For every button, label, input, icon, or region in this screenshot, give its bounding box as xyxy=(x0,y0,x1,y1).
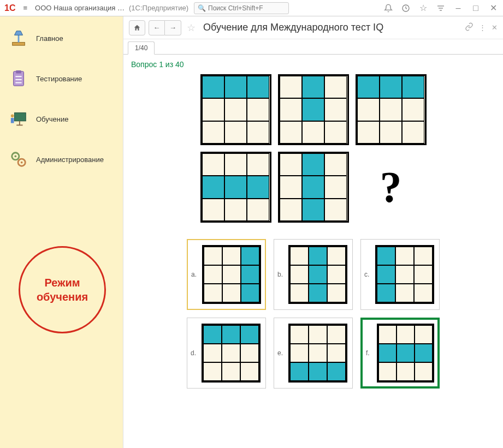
grid-cell xyxy=(202,176,224,198)
bell-icon[interactable] xyxy=(381,1,396,16)
grid-cell xyxy=(222,284,241,302)
grid-cell xyxy=(290,362,309,381)
grid-cell xyxy=(290,344,309,362)
grid-cell xyxy=(241,284,259,302)
grid-cell xyxy=(240,325,259,344)
grid-cell xyxy=(309,265,327,284)
grid-cell xyxy=(415,325,433,344)
favorite-icon[interactable]: ☆ xyxy=(185,22,198,34)
grid-cell xyxy=(302,98,324,121)
link-icon[interactable] xyxy=(465,22,474,33)
grid-cell xyxy=(280,153,302,176)
answer-option-e[interactable]: e. xyxy=(274,318,353,389)
grid-cell xyxy=(397,362,415,381)
grid-cell xyxy=(414,247,433,265)
close-icon[interactable]: ✕ xyxy=(486,1,501,16)
grid-cell xyxy=(280,121,302,144)
grid-cell xyxy=(290,284,309,302)
grid-cell xyxy=(290,247,309,265)
question-grids: ? xyxy=(188,74,439,223)
grid-cell xyxy=(240,344,259,362)
tab-progress[interactable]: 1/40 xyxy=(128,41,155,55)
grid-cell xyxy=(222,344,240,362)
sidebar-item-main[interactable]: Главное xyxy=(0,23,123,63)
logo-1c: 1C xyxy=(2,3,17,13)
grid-cell xyxy=(202,98,224,121)
answer-label: a. xyxy=(191,271,199,278)
grid-cell xyxy=(222,247,241,265)
grid-cell xyxy=(327,344,346,362)
grid-cell xyxy=(324,199,347,221)
grid-cell xyxy=(224,153,247,176)
grid-cell xyxy=(247,98,269,121)
grid-cell xyxy=(203,362,222,381)
back-button[interactable]: ← xyxy=(149,20,165,35)
sidebar-item-admin[interactable]: Администрирование xyxy=(0,144,123,184)
grid-cell xyxy=(204,284,222,302)
minimize-icon[interactable]: – xyxy=(451,1,466,16)
content-area: ← → ☆ Обучение для Международного тест I… xyxy=(123,16,503,448)
star-icon[interactable]: ☆ xyxy=(416,1,431,16)
grid-cell xyxy=(324,98,347,121)
grid-cell xyxy=(202,76,224,98)
answer-option-d[interactable]: d. xyxy=(187,318,266,389)
svg-point-13 xyxy=(11,115,14,118)
sidebar-item-label: Администрирование xyxy=(36,156,104,164)
sidebar-item-testing[interactable]: Тестирование xyxy=(0,63,123,104)
home-button[interactable] xyxy=(129,20,145,35)
grid-cell xyxy=(224,76,247,98)
grid-cell xyxy=(203,325,222,344)
answer-label: f. xyxy=(366,349,374,357)
app-suffix: (1С:Предприятие) xyxy=(129,4,188,12)
grid-cell xyxy=(222,265,241,284)
more-icon[interactable]: ⋮ xyxy=(479,23,486,32)
grid-cell xyxy=(357,76,380,98)
grid-cell xyxy=(357,98,380,121)
grid-cell xyxy=(357,121,380,144)
sidebar-item-training[interactable]: Обучение xyxy=(0,104,123,144)
grid-cell xyxy=(224,199,247,221)
grid-cell xyxy=(327,284,346,302)
maximize-icon[interactable]: □ xyxy=(468,1,483,16)
grid-cell xyxy=(241,265,259,284)
svg-rect-6 xyxy=(16,70,21,74)
menu-icon[interactable]: ≡ xyxy=(20,2,31,14)
answer-label: b. xyxy=(277,271,285,278)
answer-option-a[interactable]: a. xyxy=(187,239,266,310)
grid-cell xyxy=(377,247,395,265)
answer-label: d. xyxy=(191,349,198,357)
grid-cell xyxy=(280,76,302,98)
svg-rect-14 xyxy=(11,118,14,123)
answer-option-b[interactable]: b. xyxy=(274,239,353,310)
answer-option-c[interactable]: c. xyxy=(360,239,440,310)
grid-cell xyxy=(224,121,247,144)
toolbar: ← → ☆ Обучение для Международного тест I… xyxy=(123,16,503,39)
grid-cell xyxy=(302,153,324,176)
grid-cell xyxy=(241,247,259,265)
grid-cell xyxy=(202,121,224,144)
grid-cell xyxy=(309,344,327,362)
search-box[interactable]: 🔍 xyxy=(194,2,289,14)
grid-cell xyxy=(202,153,224,176)
grid-cell xyxy=(324,76,347,98)
search-icon: 🔍 xyxy=(198,4,206,12)
close-page-icon[interactable]: ✕ xyxy=(492,23,498,32)
search-input[interactable] xyxy=(208,4,285,12)
grid-cell xyxy=(309,284,327,302)
grid-cell xyxy=(324,121,347,144)
settings-lines-icon[interactable] xyxy=(433,1,448,16)
svg-point-16 xyxy=(14,155,16,157)
grid-cell xyxy=(397,344,415,362)
grid-cell xyxy=(414,284,433,302)
answer-option-f[interactable]: f. xyxy=(360,318,440,389)
answer-label: c. xyxy=(364,271,372,278)
grid-3x3 xyxy=(288,324,347,383)
grid-cell xyxy=(377,284,395,302)
grid-cell xyxy=(240,362,259,381)
forward-button[interactable]: → xyxy=(165,20,181,35)
grid-cell xyxy=(224,176,247,198)
grid-3x3 xyxy=(202,324,261,383)
sidebar-item-label: Тестирование xyxy=(36,75,82,83)
grid-cell xyxy=(327,325,346,344)
history-icon[interactable] xyxy=(398,1,413,16)
